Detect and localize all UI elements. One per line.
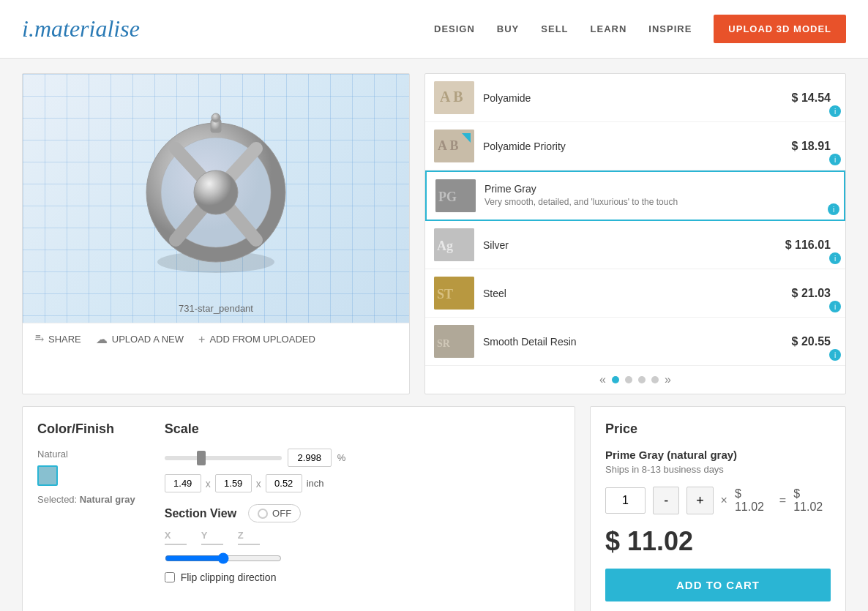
flip-clipping-checkbox[interactable] — [165, 572, 175, 582]
unit-price: $ 11.02 — [735, 487, 772, 514]
page-dot-2 — [625, 376, 632, 383]
info-badge-polyamide-priority[interactable]: i — [829, 154, 841, 165]
material-thumb-polyamide: A B — [434, 81, 474, 114]
material-desc-prime-gray: Very smooth, detailed, and 'luxurious' t… — [484, 197, 835, 209]
share-icon: ⥱ — [34, 332, 44, 346]
dim-unit-label: inch — [307, 478, 324, 489]
info-badge-steel[interactable]: i — [829, 301, 841, 312]
header: i.materialise DESIGN BUY SELL LEARN INSP… — [0, 0, 868, 59]
model-filename: 731-star_pendant — [179, 303, 253, 314]
selected-label-text: Selected: — [37, 494, 77, 505]
svg-text:PG: PG — [438, 190, 457, 204]
material-thumb-smooth-resin: SR — [434, 325, 474, 358]
axis-y-label: Y — [201, 530, 223, 541]
quantity-increase-button[interactable]: + — [686, 487, 713, 514]
quantity-decrease-button[interactable]: - — [653, 487, 679, 514]
materials-pagination: « » — [425, 366, 845, 394]
scale-value-input[interactable] — [288, 449, 332, 467]
section-view-title: Section View — [165, 507, 236, 520]
upload-3d-model-button[interactable]: UPLOAD 3D MODEL — [714, 15, 846, 43]
add-from-uploaded-button[interactable]: + ADD FROM UPLOADED — [198, 333, 315, 346]
material-row-smooth-resin[interactable]: SR Smooth Detail Resin $ 20.55 i — [425, 318, 845, 366]
axis-x: X — [165, 530, 187, 545]
thumb-svg-steel: ST — [434, 277, 474, 310]
material-name-silver: Silver — [483, 239, 785, 251]
info-badge-smooth-resin[interactable]: i — [829, 349, 841, 361]
price-title: Price — [605, 421, 831, 437]
page-dot-3 — [638, 376, 646, 383]
material-info-silver: Silver — [483, 239, 785, 251]
material-info-polyamide: Polyamide — [483, 92, 792, 104]
color-swatch-natural[interactable] — [37, 465, 58, 486]
dim-x-input[interactable] — [165, 474, 201, 492]
material-info-smooth-resin: Smooth Detail Resin — [483, 336, 792, 348]
nav-buy[interactable]: BUY — [497, 23, 519, 34]
material-row-polyamide[interactable]: A B Polyamide $ 14.54 i — [425, 74, 845, 122]
color-label: Natural — [37, 449, 135, 460]
svg-text:Ag: Ag — [437, 239, 453, 253]
pagination-prev[interactable]: « — [599, 373, 606, 386]
scale-slider[interactable] — [165, 456, 282, 460]
flip-clipping-label: Flip clipping direction — [181, 571, 277, 583]
add-icon: + — [198, 333, 205, 346]
3d-viewer[interactable]: 731-star_pendant — [23, 74, 409, 323]
scale-title: Scale — [165, 421, 346, 437]
upload-new-button[interactable]: ☁ UPLOAD A NEW — [96, 332, 184, 346]
quantity-input[interactable] — [605, 487, 646, 514]
info-badge-prime-gray[interactable]: i — [828, 203, 839, 215]
equals-symbol: = — [779, 494, 786, 507]
material-row-silver[interactable]: Ag Silver $ 116.01 i — [425, 221, 845, 269]
thumb-svg-smooth-resin: SR — [434, 325, 474, 358]
nav-sell[interactable]: SELL — [541, 23, 568, 34]
model-svg — [121, 94, 311, 284]
material-price-polyamide: $ 14.54 — [792, 91, 831, 105]
axis-y: Y — [201, 530, 223, 545]
material-thumb-polyamide-priority: A B — [434, 130, 474, 162]
material-row-polyamide-priority[interactable]: A B Polyamide Priority $ 18.91 i — [425, 122, 845, 170]
add-to-cart-button[interactable]: ADD TO CART — [605, 569, 831, 601]
info-badge-polyamide[interactable]: i — [829, 105, 841, 117]
nav-learn[interactable]: LEARN — [591, 23, 627, 34]
dim-z-input[interactable] — [266, 474, 302, 492]
multiply-symbol: × — [721, 494, 727, 507]
material-name-steel: Steel — [483, 288, 792, 299]
nav-inspire[interactable]: INSPIRE — [648, 23, 692, 34]
toggle-circle — [258, 509, 268, 519]
model-display — [121, 94, 311, 284]
axis-x-line — [165, 544, 187, 545]
color-finish-title: Color/Finish — [37, 421, 135, 437]
svg-text:ST: ST — [437, 287, 453, 301]
material-thumb-prime-gray: PG — [435, 179, 476, 212]
page-dot-4 — [651, 376, 659, 383]
nav-design[interactable]: DESIGN — [434, 23, 475, 34]
material-name-prime-gray: Prime Gray — [484, 183, 835, 195]
section-view-toggle[interactable]: OFF — [248, 504, 301, 522]
thumb-svg-polyamide: A B — [434, 81, 474, 114]
material-price-smooth-resin: $ 20.55 — [792, 335, 831, 348]
section-view-row: Section View OFF — [165, 504, 346, 522]
material-thumb-silver: Ag — [434, 228, 474, 261]
bail-ring — [212, 113, 220, 122]
section-view-slider[interactable] — [165, 555, 282, 562]
dim-y-input[interactable] — [215, 474, 252, 492]
price-material-name: Prime Gray (natural gray) — [605, 449, 831, 461]
page-dot-1 — [612, 376, 619, 383]
axis-row: X Y Z — [165, 530, 346, 545]
material-info-steel: Steel — [483, 288, 792, 299]
material-row-prime-gray[interactable]: PG Prime Gray Very smooth, detailed, and… — [425, 170, 845, 221]
share-button[interactable]: ⥱ SHARE — [34, 332, 81, 346]
axis-y-line — [201, 544, 223, 545]
info-badge-silver[interactable]: i — [829, 252, 841, 264]
svg-text:A B: A B — [440, 89, 463, 105]
viewer-panel: 731-star_pendant ⥱ SHARE ☁ UPLOAD A NEW … — [22, 73, 410, 394]
pagination-next[interactable]: » — [665, 373, 671, 386]
main-content: 731-star_pendant ⥱ SHARE ☁ UPLOAD A NEW … — [0, 59, 868, 611]
material-row-steel[interactable]: ST Steel $ 21.03 i — [425, 269, 845, 318]
material-name-polyamide: Polyamide — [483, 92, 792, 104]
center-sphere — [194, 170, 238, 214]
axis-z-label: Z — [238, 530, 260, 541]
share-label: SHARE — [48, 334, 81, 345]
top-row: 731-star_pendant ⥱ SHARE ☁ UPLOAD A NEW … — [22, 73, 846, 394]
price-panel: Price Prime Gray (natural gray) Ships in… — [590, 406, 846, 611]
material-price-silver: $ 116.01 — [785, 239, 831, 252]
